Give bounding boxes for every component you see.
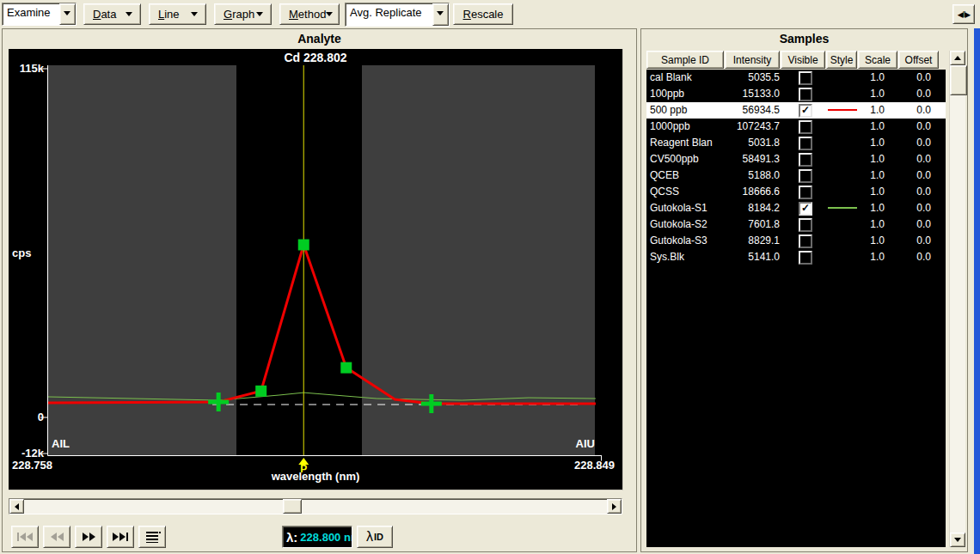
sample-intensity: 5035.5 — [696, 71, 780, 83]
sample-row[interactable]: CV500ppb58491.31.00.0 — [646, 151, 946, 167]
column-header-scale[interactable]: Scale — [858, 51, 897, 69]
sample-row[interactable]: 1000ppb107243.71.00.0 — [646, 119, 946, 135]
menu-button-label: Data — [93, 8, 116, 21]
samples-panel-title: Samples — [641, 32, 967, 46]
spectrum-chart[interactable]: Cd 228.802 cps AIL AIU 228.758 228.849 P… — [9, 49, 623, 490]
sample-offset: 0.0 — [891, 202, 931, 214]
sample-scale: 1.0 — [844, 234, 885, 247]
avg-replicate-combobox[interactable]: Avg. Replicate — [345, 3, 450, 27]
integration-limit-cross-marker[interactable] — [208, 393, 229, 411]
ail-label: AIL — [52, 437, 70, 450]
sample-id: CV500ppb — [650, 153, 699, 165]
scroll-right-button[interactable] — [607, 499, 622, 514]
sample-offset: 0.0 — [891, 153, 931, 165]
menu-button-label: Line — [158, 8, 180, 21]
sample-id: Sys.Blk — [650, 251, 684, 263]
visible-checkbox[interactable] — [799, 120, 812, 134]
sample-scale: 1.0 — [844, 251, 885, 263]
visible-checkbox[interactable] — [799, 218, 812, 232]
sample-scale: 1.0 — [844, 88, 885, 100]
menu-button-method[interactable]: Method — [279, 3, 340, 25]
y-axis-label: cps — [12, 247, 31, 259]
scroll-left-button[interactable] — [9, 499, 24, 514]
visible-checkbox[interactable] — [799, 234, 812, 248]
data-point-square-marker[interactable] — [340, 362, 352, 374]
visible-checkbox[interactable] — [799, 137, 812, 150]
avg-replicate-value: Avg. Replicate — [346, 3, 432, 26]
lambda-id-button[interactable]: λ ID — [357, 526, 393, 548]
chart-horizontal-scrollbar[interactable] — [9, 498, 622, 514]
next-replicate-button[interactable] — [75, 526, 102, 548]
sample-list: cal Blank5035.51.00.0100ppb15133.01.00.0… — [646, 70, 946, 547]
lambda-glyph: λ — [366, 529, 373, 545]
y-tick-label: 115k — [9, 62, 44, 75]
sample-row[interactable]: QCSS18666.61.00.0 — [646, 184, 946, 200]
splitter-button[interactable]: ◀‖▶ — [952, 4, 975, 24]
chevron-down-icon — [126, 12, 132, 16]
chevron-down-icon — [256, 12, 263, 16]
visible-checkbox[interactable] — [799, 71, 812, 85]
sample-row[interactable]: Gutokola-S38829.11.00.0 — [646, 233, 946, 249]
sample-row[interactable]: Gutokola-S18184.2✓1.00.0 — [646, 200, 946, 216]
sample-intensity: 18666.6 — [696, 186, 780, 198]
column-header-offset[interactable]: Offset — [898, 51, 939, 69]
column-header-intensity[interactable]: Intensity — [725, 51, 780, 69]
chevron-down-icon — [64, 11, 70, 15]
visible-checkbox[interactable] — [799, 153, 812, 167]
column-header-style[interactable]: Style — [826, 51, 857, 69]
visible-checkbox[interactable]: ✓ — [799, 202, 812, 216]
sample-intensity: 8184.2 — [696, 202, 780, 214]
integration-limit-cross-marker[interactable] — [421, 394, 442, 413]
sample-row[interactable]: Sys.Blk5141.01.00.0 — [646, 249, 946, 265]
sample-row[interactable]: Gutokola-S27601.81.00.0 — [646, 216, 946, 233]
scroll-up-button[interactable] — [950, 51, 965, 65]
replicate-list-button[interactable] — [138, 526, 166, 548]
sample-offset: 0.0 — [891, 234, 931, 247]
visible-checkbox[interactable]: ✓ — [799, 104, 812, 118]
arrow-right-icon — [83, 533, 89, 541]
previous-replicate-button[interactable] — [43, 526, 70, 548]
arrow-right-icon — [113, 533, 119, 541]
sample-offset: 0.0 — [891, 120, 931, 132]
rescale-button[interactable]: Rescale — [453, 3, 513, 25]
menu-button-graph[interactable]: Graph — [214, 3, 272, 25]
analyte-panel: Analyte Cd 228.802 cps AIL AIU 228.758 2… — [2, 28, 637, 552]
spectrum-plot — [9, 49, 622, 490]
scrollbar-thumb[interactable] — [950, 65, 967, 95]
sample-intensity: 56934.5 — [696, 104, 780, 116]
menu-button-line[interactable]: Line — [149, 3, 206, 25]
visible-checkbox[interactable] — [799, 88, 812, 101]
sample-row[interactable]: 100ppb15133.01.00.0 — [646, 86, 946, 102]
avg-replicate-dropdown-button[interactable] — [432, 3, 449, 26]
sample-row[interactable]: Reagent Blan5031.81.00.0 — [646, 135, 946, 151]
scrollbar-thumb[interactable] — [283, 499, 302, 514]
visible-checkbox[interactable] — [799, 251, 812, 265]
sample-row[interactable]: QCEB5188.01.00.0 — [646, 167, 946, 184]
examine-dropdown-button[interactable] — [59, 3, 76, 25]
arrow-left-icon — [58, 533, 64, 541]
sample-intensity: 5031.8 — [696, 137, 780, 149]
column-header-sample-id[interactable]: Sample ID — [646, 51, 724, 69]
menu-button-label: Graph — [224, 8, 254, 21]
sample-intensity: 15133.0 — [696, 88, 780, 100]
examine-combobox[interactable]: Examine — [2, 3, 77, 26]
first-replicate-button[interactable] — [11, 526, 39, 548]
visible-checkbox[interactable] — [799, 169, 812, 183]
data-point-square-marker[interactable] — [255, 386, 266, 397]
sample-row[interactable]: cal Blank5035.51.00.0 — [646, 70, 946, 86]
examine-window: Examine DataLineGraphMethod Avg. Replica… — [0, 0, 980, 554]
aiu-label: AIU — [524, 437, 595, 450]
last-replicate-button[interactable] — [107, 526, 134, 548]
y-tick-label: -12k — [9, 447, 44, 460]
visible-checkbox[interactable] — [799, 186, 812, 199]
samples-vertical-scrollbar[interactable] — [949, 51, 965, 547]
scroll-down-button[interactable] — [950, 533, 965, 547]
sample-row[interactable]: 500 ppb56934.5✓1.00.0 — [646, 102, 946, 119]
column-header-visible[interactable]: Visible — [781, 51, 825, 69]
sample-scale: 1.0 — [844, 120, 885, 132]
sample-offset: 0.0 — [891, 218, 931, 230]
menu-button-data[interactable]: Data — [83, 3, 141, 25]
data-point-square-marker[interactable] — [298, 239, 309, 250]
sample-scale: 1.0 — [844, 71, 885, 83]
sample-scale: 1.0 — [844, 104, 885, 116]
